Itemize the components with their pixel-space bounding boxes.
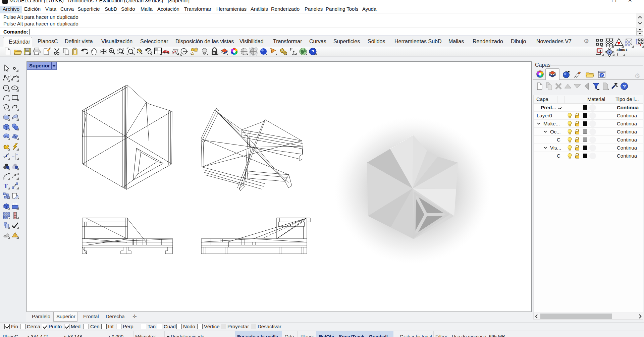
- svg-text:?: ?: [311, 49, 314, 54]
- svg-text:about: about: [616, 48, 628, 52]
- svg-text:?: ?: [601, 73, 603, 77]
- svg-text:?: ?: [623, 83, 626, 89]
- svg-text:T: T: [4, 182, 8, 189]
- svg-text:{....: {....: [616, 52, 628, 56]
